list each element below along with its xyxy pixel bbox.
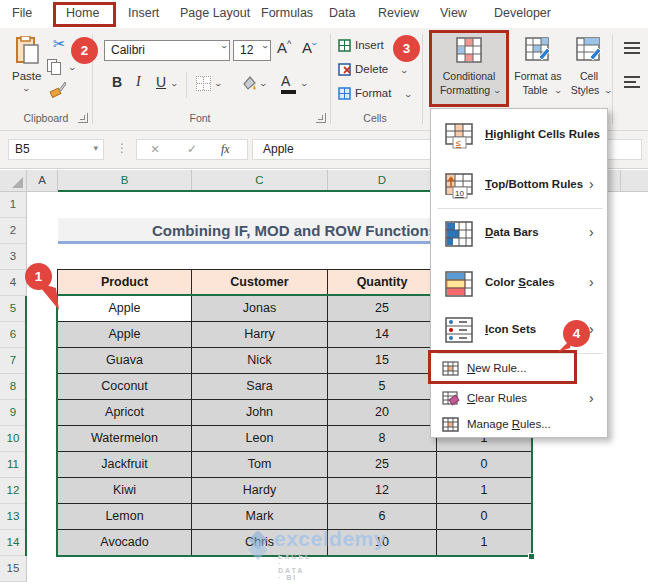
underline-button[interactable]: U: [156, 74, 166, 90]
table-header-customer[interactable]: Customer: [192, 270, 328, 296]
row-header-1[interactable]: 1: [0, 192, 27, 218]
format-painter-icon[interactable]: [49, 80, 67, 98]
cell-B5[interactable]: Apple: [58, 296, 192, 322]
insert-button[interactable]: Insert: [355, 39, 384, 51]
cell-D8[interactable]: 5: [328, 374, 437, 400]
cell-B11[interactable]: Jackfruit: [58, 452, 192, 478]
insert-function-icon[interactable]: fx: [221, 142, 230, 157]
col-header-A[interactable]: A: [27, 170, 58, 192]
row-header-4[interactable]: 4: [0, 270, 27, 296]
clipboard-dialog-launcher-icon[interactable]: [78, 113, 88, 123]
row-header-7[interactable]: 7: [0, 348, 27, 374]
font-color-caret[interactable]: ›: [299, 83, 309, 86]
cut-icon[interactable]: ✂: [53, 35, 66, 53]
bold-button[interactable]: B: [112, 74, 122, 90]
cell-styles-button[interactable]: Cell Styles ›: [566, 30, 612, 107]
format-caret[interactable]: ›: [403, 94, 413, 97]
tab-developer[interactable]: Developer: [494, 6, 551, 20]
table-header-quantity[interactable]: Quantity: [328, 270, 437, 296]
delete-button[interactable]: Delete: [355, 63, 388, 75]
menu-item-manage-rules[interactable]: Manage Rules...: [431, 411, 607, 439]
cell-E11[interactable]: 0: [437, 452, 531, 478]
cell-E13[interactable]: 0: [437, 504, 531, 530]
format-as-table-button[interactable]: Format as Table ›: [512, 30, 564, 107]
cell-C12[interactable]: Hardy: [192, 478, 328, 504]
grow-font-button[interactable]: A^: [277, 39, 291, 56]
paste-button[interactable]: Paste ›: [12, 36, 46, 94]
tab-review[interactable]: Review: [378, 6, 419, 20]
cell-B10[interactable]: Watermelon: [58, 426, 192, 452]
cancel-icon[interactable]: ×: [151, 141, 159, 157]
row-header-13[interactable]: 13: [0, 504, 27, 530]
col-header-C[interactable]: C: [192, 170, 328, 192]
row-header-6[interactable]: 6: [0, 322, 27, 348]
cell-E12[interactable]: 1: [437, 478, 531, 504]
cell-D9[interactable]: 20: [328, 400, 437, 426]
menu-item-highlight-cells-rules[interactable]: ≤ Highlight Cells Rules ›: [431, 113, 607, 159]
row-header-12[interactable]: 12: [0, 478, 27, 504]
row-header-10[interactable]: 10: [0, 426, 27, 452]
col-header-D[interactable]: D: [328, 170, 437, 192]
cell-B13[interactable]: Lemon: [58, 504, 192, 530]
menu-item-clear-rules[interactable]: Clear Rules ›: [431, 385, 607, 413]
name-box[interactable]: B5 ▾: [8, 139, 104, 160]
tab-file[interactable]: File: [12, 6, 32, 20]
menu-item-top-bottom-rules[interactable]: 10 Top/Bottom Rules ›: [431, 163, 607, 209]
cell-D5[interactable]: 25: [328, 296, 437, 322]
cell-D10[interactable]: 8: [328, 426, 437, 452]
copy-dropdown-caret[interactable]: ›: [67, 67, 77, 70]
enter-icon[interactable]: ✓: [187, 142, 197, 156]
select-all-corner[interactable]: [0, 170, 27, 192]
underline-caret[interactable]: ›: [169, 83, 179, 86]
cell-D6[interactable]: 14: [328, 322, 437, 348]
fill-color-caret[interactable]: ›: [258, 83, 268, 86]
font-size-combo[interactable]: 12 ›: [233, 40, 271, 61]
cell-B12[interactable]: Kiwi: [58, 478, 192, 504]
menu-item-data-bars[interactable]: Data Bars ›: [431, 211, 607, 257]
font-name-combo[interactable]: Calibri ›: [104, 40, 230, 61]
align-middle-icon[interactable]: [624, 42, 640, 54]
formula-bar-grip[interactable]: ⋮: [116, 141, 128, 155]
cell-C10[interactable]: Leon: [192, 426, 328, 452]
row-header-3[interactable]: 3: [0, 244, 27, 270]
tab-view[interactable]: View: [440, 6, 467, 20]
cell-B8[interactable]: Coconut: [58, 374, 192, 400]
align-left-icon[interactable]: [624, 76, 640, 88]
col-header-G[interactable]: [621, 170, 648, 192]
table-header-product[interactable]: Product: [58, 270, 192, 296]
fill-color-icon[interactable]: [240, 74, 258, 92]
cell-B9[interactable]: Apricot: [58, 400, 192, 426]
cell-C5[interactable]: Jonas: [192, 296, 328, 322]
cell-B7[interactable]: Guava: [58, 348, 192, 374]
cell-B14[interactable]: Avocado: [58, 530, 192, 556]
row-header-8[interactable]: 8: [0, 374, 27, 400]
tab-formulas[interactable]: Formulas: [261, 6, 313, 20]
font-dialog-launcher-icon[interactable]: [316, 113, 326, 123]
row-header-2[interactable]: 2: [0, 218, 27, 244]
fill-handle[interactable]: [528, 553, 535, 560]
cell-C11[interactable]: Tom: [192, 452, 328, 478]
shrink-font-button[interactable]: A›: [302, 39, 315, 56]
cell-D11[interactable]: 25: [328, 452, 437, 478]
italic-button[interactable]: I: [136, 74, 141, 90]
paste-dropdown-caret[interactable]: ›: [21, 88, 31, 91]
cell-C9[interactable]: John: [192, 400, 328, 426]
cell-E14[interactable]: 1: [437, 530, 531, 556]
delete-caret[interactable]: ›: [399, 70, 409, 73]
cell-D7[interactable]: 15: [328, 348, 437, 374]
cell-C7[interactable]: Nick: [192, 348, 328, 374]
tab-data[interactable]: Data: [329, 6, 355, 20]
menu-item-color-scales[interactable]: Color Scales ›: [431, 261, 607, 307]
cell-B6[interactable]: Apple: [58, 322, 192, 348]
font-color-icon[interactable]: A: [281, 72, 296, 94]
format-button[interactable]: Format: [355, 87, 391, 99]
tab-page-layout[interactable]: Page Layout: [180, 6, 250, 20]
row-header-5[interactable]: 5: [0, 296, 27, 322]
cell-C8[interactable]: Sara: [192, 374, 328, 400]
borders-icon[interactable]: [196, 76, 211, 91]
row-header-15[interactable]: 15: [0, 556, 27, 582]
cell-D12[interactable]: 12: [328, 478, 437, 504]
row-header-11[interactable]: 11: [0, 452, 27, 478]
name-box-caret[interactable]: ▾: [93, 143, 98, 153]
borders-caret[interactable]: ›: [213, 83, 223, 86]
